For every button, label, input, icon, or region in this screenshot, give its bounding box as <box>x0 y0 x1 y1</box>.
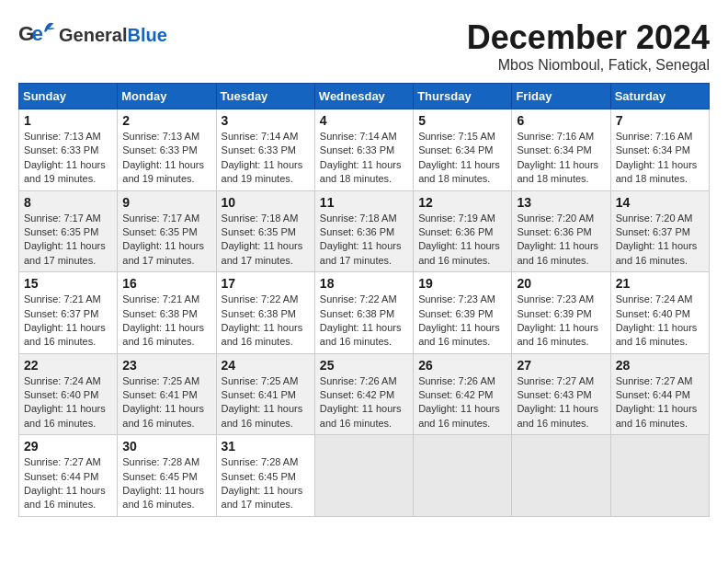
calendar-cell <box>414 435 512 517</box>
day-info: Sunrise: 7:17 AM Sunset: 6:35 PM Dayligh… <box>122 212 210 269</box>
day-info: Sunrise: 7:13 AM Sunset: 6:33 PM Dayligh… <box>24 130 112 187</box>
day-info: Sunrise: 7:27 AM Sunset: 6:44 PM Dayligh… <box>616 374 704 431</box>
day-info: Sunrise: 7:14 AM Sunset: 6:33 PM Dayligh… <box>320 130 408 187</box>
calendar-week-4: 22Sunrise: 7:24 AM Sunset: 6:40 PM Dayli… <box>19 353 710 435</box>
day-info: Sunrise: 7:14 AM Sunset: 6:33 PM Dayligh… <box>222 130 310 187</box>
day-info: Sunrise: 7:18 AM Sunset: 6:36 PM Dayligh… <box>320 212 408 269</box>
calendar-week-3: 15Sunrise: 7:21 AM Sunset: 6:37 PM Dayli… <box>19 272 710 354</box>
day-info: Sunrise: 7:16 AM Sunset: 6:34 PM Dayligh… <box>517 130 605 187</box>
day-info: Sunrise: 7:13 AM Sunset: 6:33 PM Dayligh… <box>122 130 210 187</box>
calendar-cell: 25Sunrise: 7:26 AM Sunset: 6:42 PM Dayli… <box>314 353 413 435</box>
day-number: 4 <box>320 113 408 128</box>
day-number: 23 <box>122 358 210 373</box>
logo: G e GeneralBlue <box>18 18 167 51</box>
day-number: 16 <box>122 276 210 291</box>
calendar-header-monday: Monday <box>118 84 216 109</box>
day-info: Sunrise: 7:21 AM Sunset: 6:37 PM Dayligh… <box>24 293 112 350</box>
day-info: Sunrise: 7:20 AM Sunset: 6:37 PM Dayligh… <box>616 212 704 269</box>
day-number: 30 <box>122 439 210 454</box>
calendar-cell: 1Sunrise: 7:13 AM Sunset: 6:33 PM Daylig… <box>19 109 118 191</box>
day-number: 19 <box>418 276 506 291</box>
calendar-cell: 13Sunrise: 7:20 AM Sunset: 6:36 PM Dayli… <box>512 190 610 272</box>
day-info: Sunrise: 7:18 AM Sunset: 6:35 PM Dayligh… <box>222 212 310 269</box>
calendar-cell: 18Sunrise: 7:22 AM Sunset: 6:38 PM Dayli… <box>314 272 413 354</box>
calendar-cell: 16Sunrise: 7:21 AM Sunset: 6:38 PM Dayli… <box>118 272 216 354</box>
calendar-cell: 31Sunrise: 7:28 AM Sunset: 6:45 PM Dayli… <box>216 435 314 517</box>
page-header: G e GeneralBlue December 2024 Mbos Niomb… <box>18 18 710 74</box>
calendar-cell: 21Sunrise: 7:24 AM Sunset: 6:40 PM Dayli… <box>610 272 709 354</box>
logo-general: General <box>59 25 127 45</box>
day-info: Sunrise: 7:21 AM Sunset: 6:38 PM Dayligh… <box>122 293 210 350</box>
title-block: December 2024 Mbos Niomboul, Fatick, Sen… <box>467 18 710 74</box>
day-info: Sunrise: 7:19 AM Sunset: 6:36 PM Dayligh… <box>418 212 506 269</box>
calendar-week-5: 29Sunrise: 7:27 AM Sunset: 6:44 PM Dayli… <box>19 435 710 517</box>
day-info: Sunrise: 7:25 AM Sunset: 6:41 PM Dayligh… <box>222 374 310 431</box>
calendar-header-saturday: Saturday <box>610 84 709 109</box>
calendar-cell: 27Sunrise: 7:27 AM Sunset: 6:43 PM Dayli… <box>512 353 610 435</box>
day-info: Sunrise: 7:26 AM Sunset: 6:42 PM Dayligh… <box>320 374 408 431</box>
day-info: Sunrise: 7:16 AM Sunset: 6:34 PM Dayligh… <box>616 130 704 187</box>
calendar-cell: 19Sunrise: 7:23 AM Sunset: 6:39 PM Dayli… <box>414 272 512 354</box>
day-number: 21 <box>616 276 704 291</box>
day-info: Sunrise: 7:20 AM Sunset: 6:36 PM Dayligh… <box>517 212 605 269</box>
calendar-cell: 3Sunrise: 7:14 AM Sunset: 6:33 PM Daylig… <box>216 109 314 191</box>
day-number: 27 <box>517 358 605 373</box>
day-info: Sunrise: 7:26 AM Sunset: 6:42 PM Dayligh… <box>418 374 506 431</box>
month-title: December 2024 <box>467 18 710 57</box>
calendar-cell: 26Sunrise: 7:26 AM Sunset: 6:42 PM Dayli… <box>414 353 512 435</box>
day-number: 6 <box>517 113 605 128</box>
day-number: 25 <box>320 358 408 373</box>
calendar-header-tuesday: Tuesday <box>216 84 314 109</box>
calendar-cell: 14Sunrise: 7:20 AM Sunset: 6:37 PM Dayli… <box>610 190 709 272</box>
day-number: 14 <box>616 195 704 210</box>
day-number: 24 <box>222 358 310 373</box>
day-info: Sunrise: 7:27 AM Sunset: 6:43 PM Dayligh… <box>517 374 605 431</box>
day-number: 3 <box>222 113 310 128</box>
calendar-cell: 11Sunrise: 7:18 AM Sunset: 6:36 PM Dayli… <box>314 190 413 272</box>
calendar-cell: 4Sunrise: 7:14 AM Sunset: 6:33 PM Daylig… <box>314 109 413 191</box>
calendar-cell: 29Sunrise: 7:27 AM Sunset: 6:44 PM Dayli… <box>19 435 118 517</box>
day-number: 15 <box>24 276 112 291</box>
day-info: Sunrise: 7:27 AM Sunset: 6:44 PM Dayligh… <box>24 455 112 512</box>
calendar-table: SundayMondayTuesdayWednesdayThursdayFrid… <box>18 83 710 517</box>
day-info: Sunrise: 7:23 AM Sunset: 6:39 PM Dayligh… <box>517 293 605 350</box>
calendar-header-friday: Friday <box>512 84 610 109</box>
calendar-header-wednesday: Wednesday <box>314 84 413 109</box>
day-info: Sunrise: 7:24 AM Sunset: 6:40 PM Dayligh… <box>24 374 112 431</box>
day-info: Sunrise: 7:22 AM Sunset: 6:38 PM Dayligh… <box>320 293 408 350</box>
calendar-cell: 20Sunrise: 7:23 AM Sunset: 6:39 PM Dayli… <box>512 272 610 354</box>
location: Mbos Niomboul, Fatick, Senegal <box>467 57 710 74</box>
calendar-cell: 9Sunrise: 7:17 AM Sunset: 6:35 PM Daylig… <box>118 190 216 272</box>
calendar-cell: 17Sunrise: 7:22 AM Sunset: 6:38 PM Dayli… <box>216 272 314 354</box>
day-number: 22 <box>24 358 112 373</box>
day-info: Sunrise: 7:28 AM Sunset: 6:45 PM Dayligh… <box>122 455 210 512</box>
calendar-cell: 5Sunrise: 7:15 AM Sunset: 6:34 PM Daylig… <box>414 109 512 191</box>
day-number: 28 <box>616 358 704 373</box>
day-number: 29 <box>24 439 112 454</box>
day-number: 18 <box>320 276 408 291</box>
day-info: Sunrise: 7:17 AM Sunset: 6:35 PM Dayligh… <box>24 212 112 269</box>
calendar-week-2: 8Sunrise: 7:17 AM Sunset: 6:35 PM Daylig… <box>19 190 710 272</box>
calendar-cell: 12Sunrise: 7:19 AM Sunset: 6:36 PM Dayli… <box>414 190 512 272</box>
day-number: 20 <box>517 276 605 291</box>
calendar-cell: 28Sunrise: 7:27 AM Sunset: 6:44 PM Dayli… <box>610 353 709 435</box>
calendar-cell: 15Sunrise: 7:21 AM Sunset: 6:37 PM Dayli… <box>19 272 118 354</box>
day-number: 26 <box>418 358 506 373</box>
svg-text:e: e <box>31 22 42 45</box>
calendar-cell: 23Sunrise: 7:25 AM Sunset: 6:41 PM Dayli… <box>118 353 216 435</box>
day-number: 7 <box>616 113 704 128</box>
day-number: 10 <box>222 195 310 210</box>
calendar-header-row: SundayMondayTuesdayWednesdayThursdayFrid… <box>19 84 710 109</box>
day-number: 8 <box>24 195 112 210</box>
day-info: Sunrise: 7:22 AM Sunset: 6:38 PM Dayligh… <box>222 293 310 350</box>
calendar-cell: 6Sunrise: 7:16 AM Sunset: 6:34 PM Daylig… <box>512 109 610 191</box>
day-number: 11 <box>320 195 408 210</box>
day-number: 12 <box>418 195 506 210</box>
calendar-week-1: 1Sunrise: 7:13 AM Sunset: 6:33 PM Daylig… <box>19 109 710 191</box>
logo-bird-icon: G e <box>18 18 55 51</box>
day-number: 31 <box>222 439 310 454</box>
calendar-cell: 2Sunrise: 7:13 AM Sunset: 6:33 PM Daylig… <box>118 109 216 191</box>
day-info: Sunrise: 7:28 AM Sunset: 6:45 PM Dayligh… <box>222 455 310 512</box>
day-number: 2 <box>122 113 210 128</box>
calendar-cell <box>314 435 413 517</box>
